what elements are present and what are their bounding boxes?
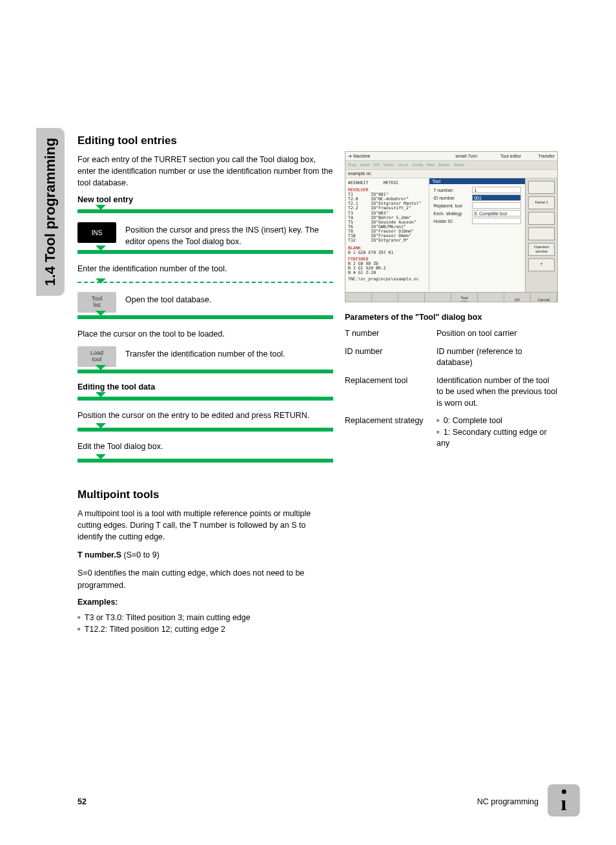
sc-unit-head: #EINHEIT (348, 180, 368, 185)
app-screenshot: ➔ Machine smart.Turn Tool editor Transfe… (345, 151, 558, 302)
step-enter-id: Enter the identification number of the t… (77, 263, 333, 275)
sc-right-button (528, 212, 555, 225)
sc-lbl-id: ID number (433, 196, 472, 201)
sc-menu-item: Misc (427, 163, 435, 167)
intro-text: For each entry of the TURRET section you… (77, 154, 333, 189)
sc-body: #EINHEIT METRIC REVOLVER T1 ID"001"T2.0 … (345, 178, 557, 292)
subhead-new-tool: New tool entry (77, 195, 333, 204)
param-desc: ID number (reference to database) (436, 346, 558, 369)
step-ins: INS Position the cursor and press the IN… (77, 222, 333, 247)
sc-menu-item: Head (360, 163, 369, 167)
sc-right-button (528, 227, 555, 240)
sc-tool-editor: Tool editor (500, 154, 521, 159)
separator (77, 459, 333, 463)
example-item: T12.2: Tilted position 12; cutting edge … (77, 623, 333, 635)
footer-section: NC programming (477, 797, 539, 806)
sc-menu-item: Graph. (453, 163, 465, 167)
separator (77, 250, 333, 254)
param-name: Replacement strategy (345, 415, 436, 450)
sc-menu-item: Go to (398, 163, 408, 167)
sc-path: TNC:\nc_prog\ncps\example.nc (348, 277, 426, 282)
param-desc: Position on tool carrier (436, 328, 558, 340)
sc-val-id: 001 (472, 194, 521, 201)
sc-right-button: Operator service (528, 243, 555, 256)
sc-softkey-bar: Tool ListOKCancel (345, 292, 557, 302)
sc-unit-val: METRIC (384, 180, 398, 185)
sc-right-button: T (528, 258, 555, 271)
sep-dashed (77, 282, 333, 283)
sc-softkey: Cancel (531, 293, 557, 302)
page-number: 52 (77, 797, 87, 806)
param-list-item: 1: Secondary cutting edge or any (436, 427, 558, 450)
page-footer: 52 NC programming (77, 797, 577, 806)
softkey-load-tool: Load tool (77, 346, 116, 367)
example-item: T3 or T3.0: Tilted position 3; main cutt… (77, 612, 333, 623)
param-name: ID number (345, 346, 436, 369)
sc-softkey (425, 293, 451, 302)
separator (77, 315, 333, 319)
sc-softkey (398, 293, 425, 302)
sc-val-strat: 0: Complete tool (472, 210, 521, 216)
side-tab: 1.4 Tool programming (36, 128, 65, 296)
sc-val-holder (472, 218, 521, 224)
sc-dialog-title: Tool (429, 178, 525, 185)
sc-val-tnum: 1 (472, 187, 521, 193)
step-open-db: Tool list Open the tool database. (77, 292, 333, 313)
main-column: Editing tool entries For each entry of t… (77, 134, 333, 642)
softkey-tool-list: Tool list (77, 292, 116, 313)
param-row: T numberPosition on tool carrier (345, 328, 558, 340)
param-name: Replacement tool (345, 375, 436, 410)
sc-val-rep (472, 202, 521, 209)
heading-multipoint: Multipoint tools (77, 488, 333, 501)
step-open-db-text: Open the tool database. (125, 292, 211, 306)
sc-menu-item: Config (412, 163, 423, 167)
sc-machine-mode: ➔ Machine (348, 154, 370, 159)
sc-lbl-tnum: T number: (433, 188, 472, 193)
tnum-range: (S=0 to 9) (121, 550, 159, 559)
ins-key-icon: INS (77, 222, 116, 243)
sc-dialog-pane: Tool T number:1 ID number001 Replacmt. t… (429, 178, 525, 292)
sc-menu-item: ICP (373, 163, 380, 167)
param-row: Replacement toolIdentification number of… (345, 375, 558, 410)
step-ins-text: Position the cursor and press the INS (i… (125, 222, 333, 247)
sc-transfer: Transfer (538, 154, 555, 159)
separator (77, 370, 333, 373)
sc-menu-item: Units» (384, 163, 395, 167)
param-name: T number (345, 328, 436, 340)
sc-lbl-rep: Replacmt. tool (433, 203, 472, 209)
param-desc: 0: Complete tool1: Secondary cutting edg… (436, 415, 558, 450)
sc-mode-bar: ➔ Machine smart.Turn Tool editor Transfe… (345, 152, 557, 161)
sc-lbl-strat: Exch. strategy (433, 211, 472, 216)
step-place-cursor: Place the cursor on the tool to be loade… (77, 328, 333, 340)
sc-program-pane: #EINHEIT METRIC REVOLVER T1 ID"001"T2.0 … (345, 178, 429, 292)
separator (77, 209, 333, 213)
subhead-edit-tool: Editing the tool data (77, 382, 333, 391)
sc-menu-bar: ProgHeadICPUnits»Go toConfigMiscExtrasGr… (345, 161, 557, 170)
sc-blank-line: N 1 G20 X70 Z97 K1 (348, 251, 426, 255)
sc-menu-item: Extras (438, 163, 449, 167)
sc-tool-line: T12 ID"Entgrater_M" (348, 238, 426, 243)
sc-fin-line: N 4 G1 Z-20 (348, 271, 426, 275)
separator (77, 428, 333, 432)
param-desc: Identification number of the tool to be … (436, 375, 558, 410)
examples-list: T3 or T3.0: Tilted position 3; main cutt… (77, 612, 333, 635)
step-load-tool: Load tool Transfer the identification nu… (77, 346, 333, 367)
step-pos-cursor: Position the cursor on the entry to be e… (77, 410, 333, 421)
separator (77, 397, 333, 401)
info-badge-icon: ı (548, 784, 580, 817)
sc-softkey: Tool List (451, 293, 478, 302)
sc-softkey: OK (504, 293, 531, 302)
sc-softkey (372, 293, 398, 302)
sc-right-buttons: Kanal 1Operator serviceT (525, 178, 557, 292)
sc-softkey (478, 293, 504, 302)
sc-right-button (528, 181, 555, 194)
multipoint-text: A multipoint tool is a tool with multipl… (77, 508, 333, 543)
side-tab-label: 1.4 Tool programming (42, 138, 59, 286)
sc-lbl-holder: Holder ID (433, 219, 472, 224)
params-table: T numberPosition on tool carrierID numbe… (345, 328, 558, 450)
sc-right-button: Kanal 1 (528, 196, 555, 209)
sc-softkey (345, 293, 372, 302)
step-transfer-text: Transfer the identification number of th… (125, 346, 285, 360)
param-row: ID numberID number (reference to databas… (345, 346, 558, 369)
right-column: ➔ Machine smart.Turn Tool editor Transfe… (345, 151, 558, 456)
